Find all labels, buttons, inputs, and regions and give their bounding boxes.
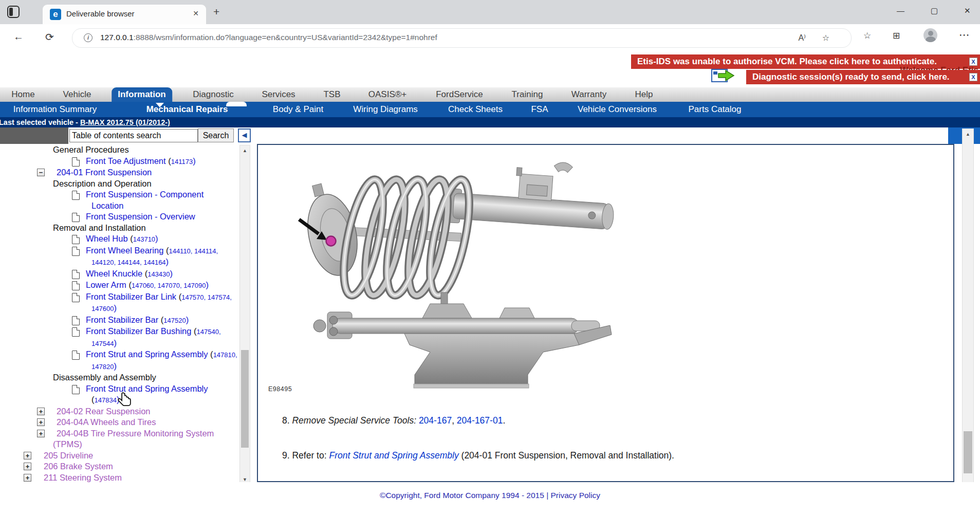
toc-item-204-04a-wheels-and-tires[interactable]: +204-04A Wheels and Tires (0, 417, 237, 428)
nav-item-information[interactable]: Information (112, 87, 172, 102)
nav-item-oasis-[interactable]: OASIS®+ (362, 87, 413, 102)
nav-item-fordservice[interactable]: FordService (430, 87, 489, 102)
expand-icon[interactable]: + (24, 474, 31, 482)
toc-item-lower-arm[interactable]: Lower Arm (147060, 147070, 147090) (0, 280, 237, 291)
subnav-item-body-paint[interactable]: Body & Paint (273, 102, 323, 117)
diagnostic-alert-banner[interactable]: Diagnostic session(s) ready to send, cli… (746, 70, 980, 84)
subnav-item-check-sheets[interactable]: Check Sheets (448, 102, 503, 117)
toc-item-front-suspension-component-location[interactable]: Front Suspension - Component Location (0, 189, 237, 211)
nav-item-diagnostic[interactable]: Diagnostic (187, 87, 239, 102)
toc-item-211-steering-system[interactable]: +211 Steering System (0, 472, 237, 484)
toc-search-input[interactable] (69, 129, 198, 142)
nav-item-home[interactable]: Home (5, 87, 41, 102)
subnav-item-wiring-diagrams[interactable]: Wiring Diagrams (353, 102, 418, 117)
diagnostic-session-icon[interactable] (711, 67, 736, 85)
toc-label[interactable]: 211 Steering System (44, 473, 122, 482)
subnav-item-vehicle-conversions[interactable]: Vehicle Conversions (578, 102, 657, 117)
toc-label[interactable]: Front Toe Adjustment (86, 156, 166, 165)
toc-search-button[interactable]: Search (198, 128, 234, 142)
toc-label[interactable]: Lower Arm (86, 280, 126, 289)
new-tab-button[interactable]: + (213, 6, 219, 18)
toc-item-206-brake-system[interactable]: +206 Brake System (0, 461, 237, 472)
favorites-icon[interactable]: ☆ (863, 30, 871, 41)
toc-label[interactable]: Front Stabilizer Bar Bushing (86, 326, 191, 336)
window-close-button[interactable]: ✕ (964, 6, 971, 15)
tab-close-icon[interactable]: ✕ (193, 9, 199, 17)
vehicle-name[interactable]: B-MAX 2012.75 (01/2012-) (80, 118, 170, 126)
toc-scroll-thumb[interactable] (241, 350, 249, 448)
collapse-icon[interactable]: − (37, 169, 45, 176)
toc-item-front-stabilizer-bar[interactable]: Front Stabilizer Bar (147520) (0, 315, 237, 326)
nav-item-help[interactable]: Help (629, 87, 659, 102)
toc-label[interactable]: Front Strut and Spring Assembly (86, 350, 208, 359)
toc-procedure-numbers: 147520 (163, 317, 186, 324)
toc-scrollbar[interactable]: ▲ ▼ (239, 145, 250, 485)
nav-item-warranty[interactable]: Warranty (565, 87, 613, 102)
toc-label[interactable]: Wheel Knuckle (86, 269, 142, 278)
expand-icon[interactable]: + (37, 418, 45, 426)
privacy-policy-link[interactable]: Privacy Policy (551, 491, 600, 500)
toc-label[interactable]: Front Stabilizer Bar Link (86, 292, 176, 301)
toc-item-204-04b-tire-pressure-monitoring-system-[interactable]: +204-04B Tire Pressure Monitoring System… (0, 428, 237, 450)
browser-menu-icon[interactable]: ⋯ (959, 29, 970, 41)
toc-item-front-suspension-overview[interactable]: Front Suspension - Overview (0, 211, 237, 223)
back-icon[interactable]: ← (13, 31, 24, 43)
toc-label[interactable]: 204-04A Wheels and Tires (57, 417, 156, 427)
toc-label[interactable]: Front Suspension - Overview (86, 212, 195, 221)
subnav-item-parts-catalog[interactable]: Parts Catalog (689, 102, 742, 117)
nav-item-training[interactable]: Training (506, 87, 549, 102)
expand-icon[interactable]: + (24, 452, 31, 459)
toc-label[interactable]: Front Suspension - Component Location (86, 190, 204, 210)
toc-item-wheel-knuckle[interactable]: Wheel Knuckle (143430) (0, 268, 237, 280)
toc-label[interactable]: 204-04B Tire Pressure Monitoring System … (53, 429, 214, 449)
window-maximize-button[interactable]: ▢ (931, 6, 938, 15)
expand-icon[interactable]: + (37, 430, 45, 437)
tab-layout-icon[interactable] (7, 6, 20, 18)
content-link[interactable]: 204-167-01 (457, 415, 503, 426)
diagnostic-alert-close-icon[interactable]: X (969, 73, 977, 81)
address-bar[interactable]: i 127.0.0.1:8888/wsm/information.do?lang… (72, 28, 852, 48)
nav-item-vehicle[interactable]: Vehicle (57, 87, 98, 102)
toc-label[interactable]: 206 Brake System (44, 462, 113, 471)
toc-scroll-up-icon[interactable]: ▲ (240, 148, 250, 153)
toc-label[interactable]: 204-02 Rear Suspension (57, 407, 151, 416)
toc-item-204-01-front-suspension[interactable]: −204-01 Front Suspension (0, 167, 237, 178)
collections-icon[interactable]: ⊞ (893, 30, 900, 41)
vcm-alert-close-icon[interactable]: X (969, 58, 977, 66)
url-text[interactable]: 127.0.0.1:8888/wsm/information.do?langua… (100, 33, 437, 42)
browser-tab[interactable]: e Deliverable browser ✕ (43, 5, 206, 24)
toc-label[interactable]: 204-01 Front Suspension (57, 168, 152, 177)
toc-item-front-wheel-bearing[interactable]: Front Wheel Bearing (144110, 144114, 144… (0, 245, 237, 268)
expand-icon[interactable]: + (37, 408, 45, 415)
subnav-item-fsa[interactable]: FSA (531, 102, 548, 117)
expand-icon[interactable]: + (24, 463, 31, 470)
toc-item-front-stabilizer-bar-bushing[interactable]: Front Stabilizer Bar Bushing (147540, 14… (0, 326, 237, 349)
toc-scroll-down-icon[interactable]: ▼ (240, 477, 250, 482)
content-scroll-up-icon[interactable]: ▲ (963, 132, 973, 137)
toc-label[interactable]: Front Wheel Bearing (86, 246, 163, 255)
toc-item-front-strut-and-spring-assembly[interactable]: Front Strut and Spring Assembly (147810,… (0, 349, 237, 372)
toc-collapse-button[interactable]: ◀ (238, 128, 251, 142)
toc-item-205-driveline[interactable]: +205 Driveline (0, 450, 237, 462)
profile-avatar[interactable] (923, 28, 937, 42)
toc-paren: ) (114, 303, 117, 312)
toc-label[interactable]: Front Strut and Spring Assembly (86, 384, 208, 393)
toc-label[interactable]: Front Stabilizer Bar (86, 315, 158, 324)
toc-item-front-toe-adjustment[interactable]: Front Toe Adjustment (141173) (0, 156, 237, 168)
site-info-icon[interactable]: i (84, 33, 93, 42)
toc-item-wheel-hub[interactable]: Wheel Hub (143710) (0, 233, 237, 245)
nav-item-services[interactable]: Services (255, 87, 301, 102)
content-link[interactable]: Front Strut and Spring Assembly (329, 450, 458, 461)
content-scrollbar[interactable]: ▲ ▼ (962, 128, 974, 494)
add-favorite-icon[interactable]: ☆ (822, 33, 829, 43)
read-aloud-icon[interactable]: A⁾ (798, 33, 806, 43)
window-minimize-button[interactable]: — (897, 6, 904, 15)
toc-label[interactable]: 205 Driveline (44, 451, 93, 460)
refresh-icon[interactable]: ⟳ (45, 31, 54, 43)
content-link[interactable]: 204-167 (419, 415, 452, 426)
nav-item-tsb[interactable]: TSB (317, 87, 346, 102)
subnav-item-information-summary[interactable]: Information Summary (13, 102, 97, 117)
content-scroll-thumb[interactable] (964, 431, 972, 473)
toc-label[interactable]: Wheel Hub (86, 234, 128, 243)
toc-item-front-stabilizer-bar-link[interactable]: Front Stabilizer Bar Link (147570, 14757… (0, 291, 237, 315)
